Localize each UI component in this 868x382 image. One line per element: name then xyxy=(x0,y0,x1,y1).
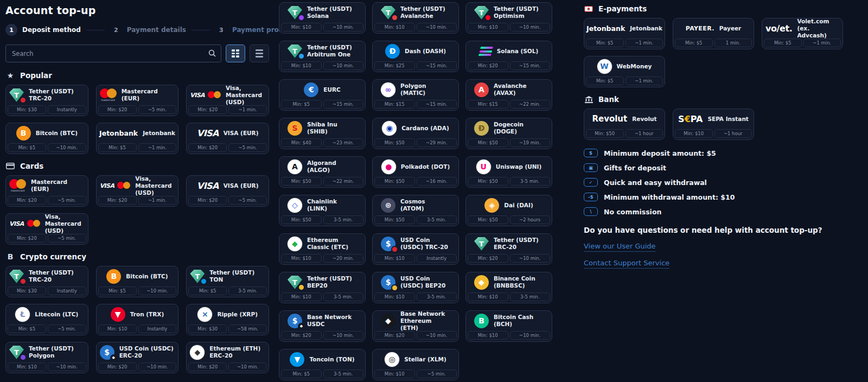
tether-usdt-avalanche-icon: T xyxy=(381,6,395,20)
method-name: Jetonbank xyxy=(630,25,662,32)
method-card-tron-trx[interactable]: ▼Tron (TRX)Min: $10Instantly xyxy=(96,304,179,335)
method-card-tether-usdt-erc-20[interactable]: TTether (USDT) ERC-20Min: $20~10 min. xyxy=(465,233,552,265)
search-input[interactable] xyxy=(5,44,221,62)
contact-support-link[interactable]: Contact Support Service xyxy=(584,259,669,269)
method-processing-time: 3-5 min. xyxy=(417,215,457,225)
method-min-amount: Min: $5 xyxy=(281,100,322,109)
method-name: Dai (DAI) xyxy=(504,202,533,209)
method-card-algorand-algo[interactable]: AAlgorand (ALGO)Min: $50~22 min. xyxy=(279,156,366,188)
method-card-avalanche-avax[interactable]: AAvalanche (AVAX)Min: $15~22 min. xyxy=(465,79,552,111)
info-panel: E-payments JetonbankJetonbankMin: $5~1 m… xyxy=(554,0,868,382)
method-card-dash-dash[interactable]: ÐDash (DASH)Min: $25~15 min. xyxy=(372,41,459,72)
method-card-visa-mastercard-usd[interactable]: VISAVisa, Mastercard (USD)Min: $20~5 min… xyxy=(5,213,88,245)
method-card-eurc[interactable]: €EURCMin: $5~15 min. xyxy=(279,79,366,111)
method-card-sepa-instant[interactable]: S€PASEPA InstantMin: $10~1 hour xyxy=(673,109,754,140)
user-guide-link[interactable]: View our User Guide xyxy=(584,242,656,252)
method-card-binance-coin-bnbbsc[interactable]: ◆Binance Coin (BNBBSC)Min: $103-5 min. xyxy=(465,272,552,303)
method-card-tether-usdt-bep20[interactable]: TTether (USDT) BEP20Min: $103-5 min. xyxy=(279,272,366,303)
grid-view-button[interactable] xyxy=(226,44,245,62)
mastercard-eur-icon: mastercard xyxy=(9,179,26,192)
jetonbank-icon: Jetonbank xyxy=(99,129,138,137)
method-card-visa-eur[interactable]: VISAVISA (EUR)Min: $20~5 min. xyxy=(186,175,269,207)
method-processing-time: ~1 min. xyxy=(626,39,663,48)
method-footer: Min: $10~5 min. xyxy=(373,370,458,380)
method-card-ripple-xrp[interactable]: ×Ripple (XRP)Min: $30~58 min. xyxy=(186,304,269,335)
method-processing-time: ~1 min. xyxy=(138,196,177,205)
method-card-dogecoin-doge[interactable]: ÐDogecoin (DOGE)Min: $50~19 min. xyxy=(465,118,552,149)
method-card-bitcoin-btc[interactable]: BBitcoin (BTC)Min: $5~10 min. xyxy=(5,123,88,154)
feature-list: $Minimum deposit amount: $5▣Gifts for de… xyxy=(584,149,863,216)
method-footer: Min: $20~1 min. xyxy=(97,196,178,207)
method-card-payeer[interactable]: PAYEER.PayeerMin: $51 min. xyxy=(673,18,754,49)
method-card-visa-mastercard-usd[interactable]: VISAVisa, Mastercard (USD)Min: $20~1 min… xyxy=(186,85,269,116)
method-card-usd-coin-usdc-trc-20[interactable]: $USD Coin (USDC) TRC-20Min: $10Instantly xyxy=(372,233,459,265)
method-footer: Min: $50~2 hours xyxy=(466,215,552,226)
method-card-polkadot-dot[interactable]: ●Polkadot (DOT)Min: $50~16 min. xyxy=(372,156,459,188)
method-card-litecoin-ltc[interactable]: ŁLitecoin (LTC)Min: $5~5 min. xyxy=(5,304,88,335)
method-card-tether-usdt-ton[interactable]: TTether (USDT) TONMin: $53-5 min. xyxy=(186,266,269,297)
volet-com-ex-advcash-icon: vo/et. xyxy=(765,23,792,34)
method-card-ethereum-classic-etc[interactable]: ◆Ethereum Classic (ETC)Min: $10~20 min. xyxy=(279,233,366,265)
method-info: TTether (USDT) TON xyxy=(187,266,269,286)
method-name: Uniswap (UNI) xyxy=(496,163,542,170)
method-card-visa-eur[interactable]: VISAVISA (EUR)Min: $20~5 min. xyxy=(186,123,269,154)
method-min-amount: Min: $10 xyxy=(8,362,46,372)
method-min-amount: Min: $20 xyxy=(8,234,46,243)
usd-coin-usdc-bep20-icon: $ xyxy=(381,275,395,290)
method-card-mastercard-eur[interactable]: mastercardMastercard (EUR)Min: $20~5 min… xyxy=(5,175,88,207)
visa-mastercard-usd-icon: VISA xyxy=(9,220,40,228)
method-card-tether-usdt-trc-20[interactable]: TTether (USDT) TRC-20Min: $30Instantly xyxy=(5,85,88,116)
method-card-tether-usdt-avalanche[interactable]: TTether (USDT) AvalancheMin: $10~10 min. xyxy=(372,2,459,34)
method-name: WebMoney xyxy=(617,63,652,70)
method-card-usd-coin-usdc-bep20[interactable]: $USD Coin (USDC) BEP20Min: $103-5 min. xyxy=(372,272,459,303)
method-card-visa-mastercard-usd[interactable]: VISAVisa, Mastercard (USD)Min: $20~1 min… xyxy=(96,175,179,207)
method-card-mastercard-eur[interactable]: mastercardMastercard (EUR)Min: $20~5 min… xyxy=(96,85,179,116)
method-card-tether-usdt-arbitrum-one[interactable]: TTether (USDT) Arbitrum OneMin: $10~10 m… xyxy=(279,41,366,72)
method-card-tether-usdt-solana[interactable]: TTether (USDT) SolanaMin: $10~10 min. xyxy=(279,2,366,34)
method-card-solana-sol[interactable]: Solana (SOL)Min: $20~15 min. xyxy=(465,41,552,72)
method-info: ▼Toncoin (TON) xyxy=(279,349,365,370)
visa-eur-icon: VISA xyxy=(197,128,219,138)
method-card-cardano-ada[interactable]: ◉Cardano (ADA)Min: $50~29 min. xyxy=(372,118,459,149)
method-card-uniswap-uni[interactable]: UUniswap (UNI)Min: $503-5 min. xyxy=(465,156,552,188)
method-card-cosmos-atom[interactable]: ⊛Cosmos (ATOM)Min: $503-5 min. xyxy=(372,195,459,226)
method-card-dai-dai[interactable]: ◈Dai (DAI)Min: $50~2 hours xyxy=(465,195,552,226)
method-card-volet-com-ex-advcash[interactable]: vo/et.Volet.com (ex. Advcash)Min: $5~1 m… xyxy=(762,18,843,49)
method-min-amount: Min: $50 xyxy=(374,138,415,148)
method-card-tether-usdt-trc-20[interactable]: TTether (USDT) TRC-20Min: $30Instantly xyxy=(5,266,88,297)
method-card-revolut[interactable]: RevolutRevolutMin: $50~1 hour xyxy=(584,109,665,140)
method-footer: Min: $503-5 min. xyxy=(373,215,458,226)
method-card-chainlink-link[interactable]: ◇Chainlink (LINK)Min: $503-5 min. xyxy=(279,195,366,226)
method-card-ethereum-eth-erc-20[interactable]: ◆Ethereum (ETH) ERC-20Min: $20~10 min. xyxy=(186,342,269,373)
method-card-jetonbank[interactable]: JetonbankJetonbankMin: $5~1 min. xyxy=(584,18,665,49)
method-info: JetonbankJetonbank xyxy=(584,18,665,39)
method-footer: Min: $5~1 min. xyxy=(584,77,665,87)
method-processing-time: ~20 min. xyxy=(323,254,364,263)
method-card-tether-usdt-optimism[interactable]: TTether (USDT) OptimismMin: $10~10 min. xyxy=(465,2,552,34)
method-processing-time: ~1 min. xyxy=(228,105,267,114)
method-min-amount: Min: $5 xyxy=(586,77,624,86)
method-card-toncoin-ton[interactable]: ▼Toncoin (TON)Min: $53-5 min. xyxy=(279,349,366,380)
method-card-usd-coin-usdc-erc-20[interactable]: $◆USD Coin (USDC) ERC-20Min: $20~10 min. xyxy=(96,342,179,373)
method-name: EURC xyxy=(323,86,341,93)
ethereum-eth-erc-20-icon: ◆ xyxy=(190,345,205,360)
cosmos-atom-icon: ⊛ xyxy=(381,198,395,213)
list-view-button[interactable] xyxy=(250,44,269,62)
method-card-base-network-ethereum-eth[interactable]: ◆Base Network Ethereum (ETH)Min: $20~10 … xyxy=(372,310,459,342)
method-processing-time: ~10 min. xyxy=(138,362,177,372)
method-card-tether-usdt-polygon[interactable]: TTether (USDT) PolygonMin: $10~10 min. xyxy=(5,342,88,373)
method-min-amount: Min: $5 xyxy=(8,324,46,334)
method-card-shiba-inu-shib[interactable]: SShiba Inu (SHIB)Min: $40~23 min. xyxy=(279,118,366,149)
method-card-stellar-xlm[interactable]: ◎Stellar (XLM)Min: $10~5 min. xyxy=(372,349,459,380)
method-info: ◆Base Network Ethereum (ETH) xyxy=(373,311,458,331)
method-footer: Min: $5~15 min. xyxy=(279,100,365,111)
method-card-jetonbank[interactable]: JetonbankJetonbankMin: $5~1 min. xyxy=(96,123,179,154)
method-card-webmoney[interactable]: WWebMoneyMin: $5~1 min. xyxy=(584,56,665,87)
method-min-amount: Min: $50 xyxy=(468,215,508,225)
method-card-base-network-usdc[interactable]: $◆Base Network USDCMin: $20~10 min. xyxy=(279,310,366,342)
tether-usdt-trc-20-icon: T xyxy=(9,88,24,102)
method-min-amount: Min: $50 xyxy=(586,129,624,138)
method-card-bitcoin-btc[interactable]: BBitcoin (BTC)Min: $5~10 min. xyxy=(96,266,179,297)
method-card-polygon-matic[interactable]: ∞Polygon (MATIC)Min: $15~15 min. xyxy=(372,79,459,111)
method-card-bitcoin-cash-bch[interactable]: BBitcoin Cash (BCH)Min: $10~10 min. xyxy=(465,310,552,342)
